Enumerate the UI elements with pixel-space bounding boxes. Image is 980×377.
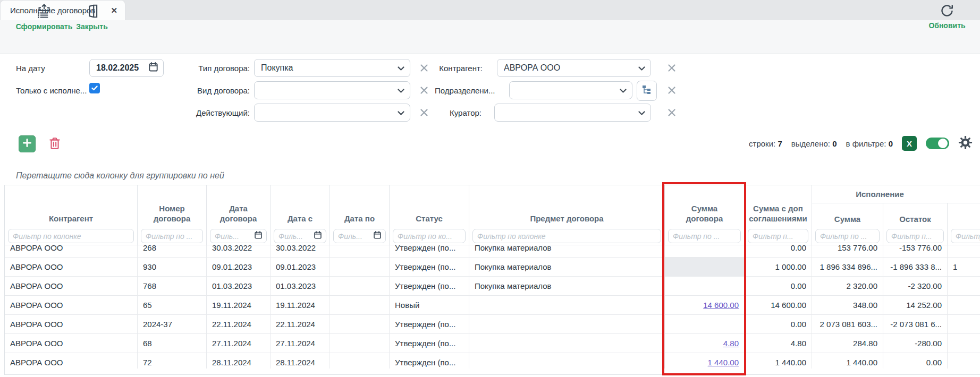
calendar-icon[interactable] (314, 231, 322, 241)
department-tree-button[interactable] (637, 81, 657, 101)
contract-sum-link[interactable]: 1 440.00 (708, 358, 739, 367)
column-header-extra[interactable] (948, 203, 980, 227)
table-row[interactable]: АВРОРА ООО6827.11.202427.11.2024Утвержде… (5, 334, 980, 353)
column-header-execution-rest[interactable]: Остаток (883, 203, 948, 227)
clear-active-button[interactable] (420, 108, 428, 117)
cell-counterparty: АВРОРА ООО (5, 277, 138, 295)
filter-cell-contract-date: Филь... (207, 227, 271, 245)
on-date-input[interactable]: 18.02.2025 (89, 59, 164, 77)
export-excel-button[interactable]: X (902, 136, 917, 151)
column-filter-execution-rest[interactable]: Фильтр п... (886, 229, 944, 243)
cell-contract-number: 68 (138, 334, 207, 353)
clear-curator-button[interactable] (668, 108, 676, 117)
cell-sum-with-addendums: 0.00 (745, 315, 812, 333)
filter-placeholder: Фильтр по колонке (13, 232, 129, 241)
cell-contract-date: 01.03.2023 (207, 277, 271, 295)
cell-execution-rest: -1 896 333 8... (883, 258, 948, 276)
table-row[interactable]: АВРОРА ООО26830.03.202230.03.2022Утвержд… (5, 245, 980, 258)
table-row[interactable]: АВРОРА ООО2024-3722.11.202422.11.2024Утв… (5, 315, 980, 334)
cell-subject (469, 334, 665, 353)
column-header-execution-sum[interactable]: Сумма (812, 203, 883, 227)
column-header-sum-with-addendums[interactable]: Сумма с доп соглашениями (745, 185, 812, 227)
cell-counterparty: АВРОРА ООО (5, 334, 138, 353)
calendar-icon[interactable] (149, 62, 158, 74)
column-filter-sum-with-addendums[interactable]: Фильтр п... (748, 229, 808, 243)
table-row[interactable]: АВРОРА ООО6519.11.202419.11.2024Новый14 … (5, 296, 980, 315)
group-subcolumns: СуммаОстаток (812, 203, 948, 227)
clear-contract-kind-button[interactable] (420, 86, 428, 95)
chevron-down-icon (638, 108, 645, 117)
calendar-icon[interactable] (255, 231, 262, 241)
cell-execution-rest: -2 320.00 (883, 277, 948, 295)
refresh-button[interactable]: Обновить (926, 3, 968, 30)
delete-row-button[interactable] (49, 137, 61, 152)
active-select[interactable] (254, 104, 410, 122)
clear-counterparty-button[interactable] (668, 64, 676, 72)
column-header-contract-sum[interactable]: Сумма договора (665, 185, 745, 227)
cell-date-from: 09.01.2023 (271, 258, 330, 276)
cell-date-to (330, 334, 390, 353)
cell-execution-sum: 284.80 (812, 334, 883, 353)
filter-cell-contract-number: Фильтр по ... (138, 227, 207, 245)
contract-sum-link[interactable]: 14 600.00 (703, 301, 739, 310)
cell-contract-sum (665, 315, 745, 333)
column-header-date-from[interactable]: Дата с (271, 185, 330, 227)
door-icon (85, 3, 99, 21)
column-group-execution: ИсполнениеСуммаОстаток (812, 185, 948, 227)
cell-status: Утвержден (по... (390, 353, 469, 369)
gear-icon[interactable] (958, 135, 973, 152)
cell-status: Утвержден (по... (390, 258, 469, 276)
selected-count: выделено: 0 (791, 139, 837, 148)
column-header-counterparty[interactable]: Контрагент (5, 185, 138, 227)
close-button[interactable]: Закрыть (73, 3, 111, 31)
column-filter-contract-date[interactable]: Филь... (210, 229, 267, 243)
cell-contract-sum: 1 440.00 (665, 353, 745, 369)
cell-extra (948, 334, 980, 353)
table-header-row: КонтрагентНомер договораДата договораДат… (5, 185, 980, 227)
column-header-contract-date[interactable]: Дата договора (207, 185, 271, 227)
filter-cell-date-from: Филь... (271, 227, 330, 245)
group-by-hint: Перетащите сюда колонку для группировки … (16, 171, 224, 181)
filter-toggle[interactable] (926, 138, 949, 149)
cell-subject: Покупка материалов (469, 277, 665, 295)
column-header-subject[interactable]: Предмет договора (469, 185, 665, 227)
counterparty-value: АВРОРА ООО (504, 63, 638, 73)
column-filter-execution-sum[interactable]: Фильтр по ... (815, 229, 880, 243)
clear-contract-type-button[interactable] (420, 64, 428, 72)
column-filter-contract-number[interactable]: Фильтр по ... (141, 229, 203, 243)
tab-close-icon[interactable]: ✕ (111, 6, 117, 15)
clear-department-button[interactable] (668, 86, 676, 95)
column-filter-date-from[interactable]: Филь... (274, 229, 326, 243)
contract-kind-select[interactable] (254, 81, 410, 99)
calendar-icon[interactable] (374, 231, 381, 241)
chevron-down-icon (620, 85, 627, 95)
column-header-status[interactable]: Статус (390, 185, 469, 227)
cell-date-from: 28.11.2024 (271, 353, 330, 369)
column-filter-contract-sum[interactable]: Фильтр по ... (668, 229, 741, 243)
column-header-contract-number[interactable]: Номер договора (138, 185, 207, 227)
contract-type-select[interactable]: Покупка (254, 59, 410, 77)
plus-icon (23, 139, 31, 149)
column-filter-subject[interactable]: Фильтр по колонке (472, 229, 661, 243)
column-filter-date-to[interactable]: Филь... (333, 229, 386, 243)
cell-status: Утвержден (по... (390, 334, 469, 353)
add-row-button[interactable] (19, 135, 36, 152)
column-filter-extra[interactable]: Фильтр по ... (951, 229, 980, 243)
table-row[interactable]: АВРОРА ООО93009.01.202309.01.2023Утвержд… (5, 258, 980, 277)
table-row[interactable]: АВРОРА ООО76801.03.202301.03.2023Утвержд… (5, 277, 980, 296)
cell-status: Новый (390, 296, 469, 314)
only-with-execution-checkbox[interactable] (89, 83, 100, 93)
curator-select[interactable] (494, 104, 651, 122)
column-filter-counterparty[interactable]: Фильтр по колонке (8, 229, 134, 243)
tree-icon (641, 84, 652, 97)
department-select[interactable] (509, 81, 632, 99)
filter-placeholder: Фильтр по ... (956, 232, 980, 241)
grid-status-bar: строки: 7 выделено: 0 в фильтре: 0 X (749, 134, 973, 153)
table-row[interactable]: АВРОРА ООО7228.11.202428.11.2024Утвержде… (5, 353, 980, 369)
cell-subject: Покупка материалов (469, 258, 665, 276)
contract-sum-link[interactable]: 4.80 (723, 339, 739, 348)
column-filter-status[interactable]: Фильтр по ко... (393, 229, 466, 243)
counterparty-select[interactable]: АВРОРА ООО (497, 59, 651, 77)
generate-button[interactable]: Сформировать (15, 3, 73, 31)
column-header-date-to[interactable]: Дата по (330, 185, 390, 227)
